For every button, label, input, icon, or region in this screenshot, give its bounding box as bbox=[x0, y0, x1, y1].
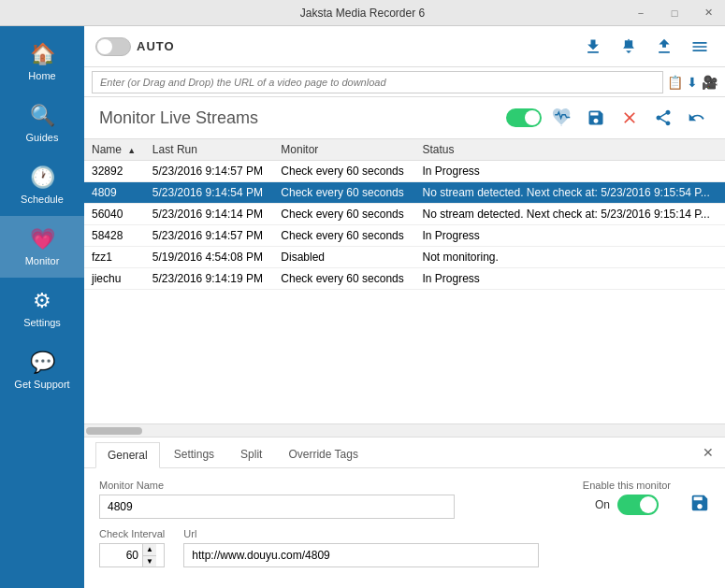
table-row[interactable]: 560405/23/2016 9:14:14 PMCheck every 60 … bbox=[84, 204, 725, 225]
table-cell-name: 58428 bbox=[84, 225, 145, 247]
monitor-table-container: Name ▲ Last Run Monitor Status 328925/23… bbox=[84, 139, 725, 423]
table-cell-monitor: Check every 60 seconds bbox=[273, 182, 414, 204]
maximize-button[interactable]: □ bbox=[658, 0, 691, 25]
enable-section: Enable this monitor On bbox=[583, 480, 671, 515]
table-row[interactable]: jiechu5/23/2016 9:14:19 PMCheck every 60… bbox=[84, 268, 725, 290]
url-input[interactable] bbox=[92, 71, 663, 93]
col-name[interactable]: Name ▲ bbox=[84, 139, 145, 161]
support-icon: 💬 bbox=[30, 351, 55, 375]
title-bar: Jaksta Media Recorder 6 − □ ✕ bbox=[0, 0, 725, 26]
tab-split[interactable]: Split bbox=[228, 441, 274, 467]
table-cell-last_run: 5/19/2016 4:54:08 PM bbox=[145, 247, 273, 268]
sidebar-item-monitor[interactable]: 💗 Monitor bbox=[0, 216, 84, 278]
monitor-name-field: Monitor Name bbox=[99, 480, 455, 519]
delete-monitor-button[interactable] bbox=[616, 105, 643, 131]
window-title: Jaksta Media Recorder 6 bbox=[300, 7, 425, 20]
detail-panel: General Settings Split Override Tags ✕ M… bbox=[84, 437, 725, 588]
scrollbar-thumb[interactable] bbox=[86, 427, 142, 435]
copy-icon[interactable]: 📋 bbox=[667, 75, 683, 90]
sidebar-label-home: Home bbox=[28, 70, 55, 81]
save-detail-button[interactable] bbox=[689, 493, 710, 518]
horizontal-scrollbar[interactable] bbox=[84, 423, 725, 437]
table-header-row: Name ▲ Last Run Monitor Status bbox=[84, 139, 725, 161]
monitor-table: Name ▲ Last Run Monitor Status 328925/23… bbox=[84, 139, 725, 290]
col-status[interactable]: Status bbox=[414, 139, 725, 161]
table-cell-monitor: Disabled bbox=[273, 247, 414, 268]
sidebar: 🏠 Home 🔍 Guides 🕐 Schedule 💗 Monitor ⚙ S… bbox=[0, 26, 84, 588]
table-cell-name: 56040 bbox=[84, 204, 145, 225]
table-row[interactable]: fzz15/19/2016 4:54:08 PMDisabledNot moni… bbox=[84, 247, 725, 268]
close-detail-button[interactable]: ✕ bbox=[703, 445, 714, 460]
monitor-name-input[interactable] bbox=[99, 495, 455, 519]
window-controls: − □ ✕ bbox=[624, 0, 725, 25]
sidebar-item-schedule[interactable]: 🕐 Schedule bbox=[0, 154, 84, 216]
guides-icon: 🔍 bbox=[30, 104, 55, 128]
download-url-icon[interactable]: ⬇ bbox=[687, 75, 698, 90]
table-row[interactable]: 584285/23/2016 9:14:57 PMCheck every 60 … bbox=[84, 225, 725, 247]
sidebar-item-settings[interactable]: ⚙ Settings bbox=[0, 278, 84, 339]
on-label: On bbox=[595, 498, 610, 511]
monitor-section: Monitor Live Streams bbox=[84, 97, 725, 437]
sidebar-item-home[interactable]: 🏠 Home bbox=[0, 31, 84, 93]
col-monitor[interactable]: Monitor bbox=[273, 139, 414, 161]
enable-row: On bbox=[595, 495, 659, 515]
close-button[interactable]: ✕ bbox=[691, 0, 725, 25]
table-cell-status: No stream detected. Next check at: 5/23/… bbox=[414, 182, 725, 204]
stepper-up-button[interactable]: ▲ bbox=[142, 544, 156, 556]
table-cell-monitor: Check every 60 seconds bbox=[273, 225, 414, 247]
table-cell-monitor: Check every 60 seconds bbox=[273, 161, 414, 182]
share-monitor-button[interactable] bbox=[650, 105, 676, 131]
table-cell-status: No stream detected. Next check at: 5/23/… bbox=[414, 204, 725, 225]
table-cell-status: Not monitoring. bbox=[414, 247, 725, 268]
enable-label: Enable this monitor bbox=[583, 480, 671, 491]
heartbeat-icon[interactable] bbox=[549, 105, 575, 131]
check-interval-stepper[interactable]: ▲ ▼ bbox=[99, 543, 165, 567]
tab-override-tags[interactable]: Override Tags bbox=[276, 441, 370, 467]
monitor-enable-toggle[interactable] bbox=[506, 108, 542, 127]
table-row[interactable]: 48095/23/2016 9:14:54 PMCheck every 60 s… bbox=[84, 182, 725, 204]
enable-monitor-toggle[interactable] bbox=[617, 495, 659, 515]
table-cell-last_run: 5/23/2016 9:14:19 PM bbox=[145, 268, 273, 290]
url-bar: 📋 ⬇ 🎥 bbox=[84, 67, 725, 97]
table-cell-last_run: 5/23/2016 9:14:57 PM bbox=[145, 225, 273, 247]
monitor-name-label: Monitor Name bbox=[99, 480, 455, 491]
download-cloud-button[interactable] bbox=[579, 33, 607, 61]
table-row[interactable]: 328925/23/2016 9:14:57 PMCheck every 60 … bbox=[84, 161, 725, 182]
url-bar-icons: 📋 ⬇ 🎥 bbox=[667, 75, 718, 90]
pin-button[interactable] bbox=[615, 33, 643, 61]
table-cell-last_run: 5/23/2016 9:14:57 PM bbox=[145, 161, 273, 182]
table-cell-last_run: 5/23/2016 9:14:54 PM bbox=[145, 182, 273, 204]
home-icon: 🏠 bbox=[30, 42, 55, 66]
monitor-title: Monitor Live Streams bbox=[99, 108, 499, 128]
auto-label: AUTO bbox=[137, 39, 175, 53]
tab-settings[interactable]: Settings bbox=[162, 441, 226, 467]
check-interval-input[interactable] bbox=[100, 544, 142, 566]
table-cell-name: jiechu bbox=[84, 268, 145, 290]
table-cell-monitor: Check every 60 seconds bbox=[273, 268, 414, 290]
sidebar-item-guides[interactable]: 🔍 Guides bbox=[0, 93, 84, 154]
monitor-icon: 💗 bbox=[30, 227, 55, 251]
schedule-icon: 🕐 bbox=[30, 165, 55, 190]
record-icon[interactable]: 🎥 bbox=[702, 75, 718, 90]
sidebar-label-guides: Guides bbox=[26, 132, 59, 143]
auto-toggle-switch[interactable] bbox=[95, 37, 131, 56]
table-cell-status: In Progress bbox=[414, 268, 725, 290]
url-field: Url bbox=[183, 528, 539, 567]
minimize-button[interactable]: − bbox=[624, 0, 658, 25]
download-button[interactable] bbox=[650, 33, 678, 61]
col-last-run[interactable]: Last Run bbox=[145, 139, 273, 161]
sidebar-label-monitor: Monitor bbox=[25, 255, 60, 266]
tab-general[interactable]: General bbox=[95, 442, 160, 468]
top-toolbar: AUTO bbox=[84, 26, 725, 67]
table-cell-status: In Progress bbox=[414, 161, 725, 182]
undo-monitor-button[interactable] bbox=[684, 105, 710, 131]
stepper-buttons: ▲ ▼ bbox=[142, 544, 156, 566]
monitor-header: Monitor Live Streams bbox=[84, 97, 725, 139]
url-detail-input[interactable] bbox=[183, 543, 539, 567]
menu-button[interactable] bbox=[686, 33, 714, 61]
stepper-down-button[interactable]: ▼ bbox=[142, 556, 156, 567]
save-monitor-button[interactable] bbox=[583, 105, 609, 131]
detail-content: Monitor Name Enable this monitor On bbox=[84, 468, 725, 588]
sidebar-item-support[interactable]: 💬 Get Support bbox=[0, 339, 84, 401]
detail-row-2: Check Interval ▲ ▼ Url bbox=[99, 528, 710, 567]
